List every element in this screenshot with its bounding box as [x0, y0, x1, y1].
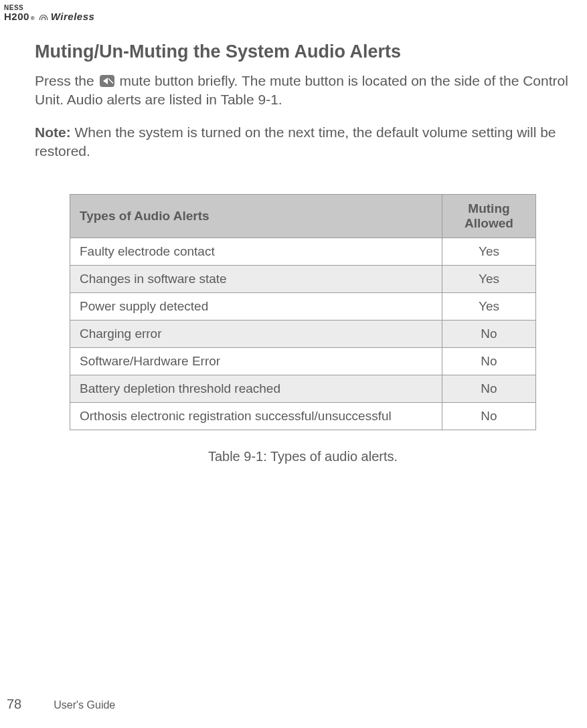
note-label: Note:: [35, 124, 71, 140]
table-row: Software/Hardware Error No: [70, 348, 536, 375]
section-heading: Muting/Un-Muting the System Audio Alerts: [35, 41, 568, 62]
para-text-after-icon: mute button briefly. The mute button is …: [35, 73, 568, 107]
cell-muting: No: [442, 321, 536, 348]
cell-muting: No: [442, 348, 536, 375]
cell-type: Power supply detected: [70, 293, 442, 321]
cell-muting: Yes: [442, 238, 536, 266]
cell-type: Faulty electrode contact: [70, 238, 442, 266]
logo-wireless: Wireless: [51, 11, 95, 23]
page-content: Muting/Un-Muting the System Audio Alerts…: [35, 41, 568, 464]
cell-muting: Yes: [442, 266, 536, 293]
table-row: Power supply detected Yes: [70, 293, 536, 321]
table-header-row: Types of Audio Alerts Muting Allowed: [70, 195, 536, 238]
cell-type: Charging error: [70, 321, 442, 348]
table-row: Orthosis electronic registration success…: [70, 403, 536, 430]
table-row: Charging error No: [70, 321, 536, 348]
note-paragraph: Note: When the system is turned on the n…: [35, 123, 568, 161]
cell-muting: Yes: [442, 293, 536, 321]
table-row: Battery depletion threshold reached No: [70, 375, 536, 403]
wireless-signal-icon: [39, 13, 48, 20]
logo-h200: H200: [4, 11, 29, 23]
product-logo: NESS H200® Wireless: [4, 4, 94, 23]
mute-button-icon: [100, 75, 114, 87]
header-muting: Muting Allowed: [442, 195, 536, 238]
footer-guide-label: User's Guide: [54, 699, 115, 711]
page-footer: 78 User's Guide: [7, 697, 115, 712]
logo-line-model: H200® Wireless: [4, 11, 94, 23]
audio-alerts-table-container: Types of Audio Alerts Muting Allowed Fau…: [70, 194, 536, 464]
cell-muting: No: [442, 403, 536, 430]
instruction-paragraph: Press the mute button briefly. The mute …: [35, 72, 568, 110]
registered-mark: ®: [31, 16, 35, 22]
cell-type: Orthosis electronic registration success…: [70, 403, 442, 430]
table-row: Changes in software state Yes: [70, 266, 536, 293]
header-types: Types of Audio Alerts: [70, 195, 442, 238]
cell-type: Battery depletion threshold reached: [70, 375, 442, 403]
audio-alerts-table: Types of Audio Alerts Muting Allowed Fau…: [70, 194, 536, 430]
para-text-before-icon: Press the: [35, 73, 98, 88]
page-number: 78: [7, 697, 21, 712]
cell-type: Changes in software state: [70, 266, 442, 293]
table-caption: Table 9-1: Types of audio alerts.: [70, 449, 536, 464]
cell-type: Software/Hardware Error: [70, 348, 442, 375]
table-row: Faulty electrode contact Yes: [70, 238, 536, 266]
note-text: When the system is turned on the next ti…: [35, 124, 556, 159]
cell-muting: No: [442, 375, 536, 403]
